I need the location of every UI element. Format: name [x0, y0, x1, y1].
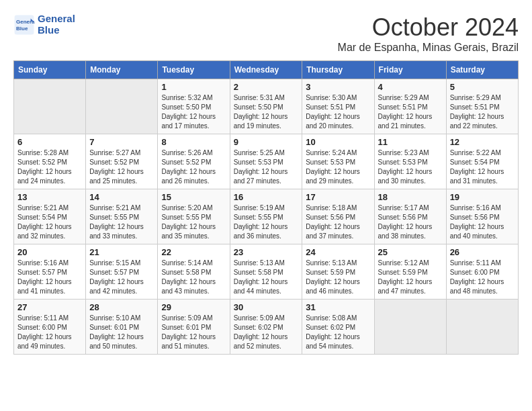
day-info: Sunrise: 5:23 AM Sunset: 5:53 PM Dayligh… [378, 148, 443, 186]
day-info: Sunrise: 5:28 AM Sunset: 5:52 PM Dayligh… [17, 148, 82, 186]
day-info: Sunrise: 5:18 AM Sunset: 5:56 PM Dayligh… [306, 203, 370, 241]
day-number: 12 [450, 137, 515, 147]
day-info: Sunrise: 5:11 AM Sunset: 6:00 PM Dayligh… [17, 314, 82, 351]
calendar-cell: 18Sunrise: 5:17 AM Sunset: 5:56 PM Dayli… [374, 189, 446, 244]
day-number: 31 [306, 302, 370, 312]
calendar-cell [374, 300, 446, 355]
day-number: 10 [306, 137, 370, 147]
day-info: Sunrise: 5:16 AM Sunset: 5:56 PM Dayligh… [450, 203, 515, 241]
day-info: Sunrise: 5:21 AM Sunset: 5:55 PM Dayligh… [89, 203, 154, 241]
weekday-header-sunday: Sunday [14, 61, 86, 79]
weekday-header-thursday: Thursday [302, 61, 374, 79]
calendar-cell: 12Sunrise: 5:22 AM Sunset: 5:54 PM Dayli… [446, 134, 518, 189]
day-info: Sunrise: 5:17 AM Sunset: 5:56 PM Dayligh… [378, 203, 443, 241]
calendar-cell: 25Sunrise: 5:12 AM Sunset: 5:59 PM Dayli… [374, 244, 446, 300]
day-info: Sunrise: 5:19 AM Sunset: 5:55 PM Dayligh… [234, 203, 299, 241]
calendar-cell: 7Sunrise: 5:27 AM Sunset: 5:52 PM Daylig… [86, 134, 158, 189]
calendar-cell: 5Sunrise: 5:29 AM Sunset: 5:51 PM Daylig… [446, 79, 518, 134]
day-number: 18 [378, 192, 443, 202]
day-info: Sunrise: 5:12 AM Sunset: 5:59 PM Dayligh… [378, 259, 443, 296]
day-number: 6 [17, 137, 82, 147]
weekday-header-friday: Friday [374, 61, 446, 79]
day-info: Sunrise: 5:13 AM Sunset: 5:59 PM Dayligh… [306, 259, 370, 296]
calendar-cell: 15Sunrise: 5:20 AM Sunset: 5:55 PM Dayli… [158, 189, 230, 244]
day-number: 4 [378, 82, 443, 92]
day-info: Sunrise: 5:20 AM Sunset: 5:55 PM Dayligh… [161, 203, 226, 241]
calendar-cell: 22Sunrise: 5:14 AM Sunset: 5:58 PM Dayli… [158, 244, 230, 300]
day-info: Sunrise: 5:15 AM Sunset: 5:57 PM Dayligh… [89, 259, 154, 296]
calendar-cell: 28Sunrise: 5:10 AM Sunset: 6:01 PM Dayli… [86, 300, 158, 355]
day-number: 2 [234, 82, 299, 92]
svg-text:Blue: Blue [16, 26, 28, 32]
calendar-week-row: 20Sunrise: 5:16 AM Sunset: 5:57 PM Dayli… [14, 244, 519, 300]
calendar-cell: 8Sunrise: 5:26 AM Sunset: 5:52 PM Daylig… [158, 134, 230, 189]
day-info: Sunrise: 5:16 AM Sunset: 5:57 PM Dayligh… [17, 259, 82, 296]
weekday-header-saturday: Saturday [446, 61, 518, 79]
calendar-cell: 9Sunrise: 5:25 AM Sunset: 5:53 PM Daylig… [230, 134, 302, 189]
calendar-cell: 29Sunrise: 5:09 AM Sunset: 6:01 PM Dayli… [158, 300, 230, 355]
day-number: 20 [17, 247, 82, 257]
logo-icon: General Blue [13, 14, 35, 36]
day-info: Sunrise: 5:21 AM Sunset: 5:54 PM Dayligh… [17, 203, 82, 241]
day-info: Sunrise: 5:26 AM Sunset: 5:52 PM Dayligh… [161, 148, 226, 186]
calendar-cell: 26Sunrise: 5:11 AM Sunset: 6:00 PM Dayli… [446, 244, 518, 300]
day-number: 15 [161, 192, 226, 202]
weekday-header-wednesday: Wednesday [230, 61, 302, 79]
day-number: 19 [450, 192, 515, 202]
calendar-cell: 6Sunrise: 5:28 AM Sunset: 5:52 PM Daylig… [14, 134, 86, 189]
day-info: Sunrise: 5:11 AM Sunset: 6:00 PM Dayligh… [450, 259, 515, 296]
day-number: 26 [450, 247, 515, 257]
day-number: 14 [89, 192, 154, 202]
calendar-cell: 16Sunrise: 5:19 AM Sunset: 5:55 PM Dayli… [230, 189, 302, 244]
calendar-table: SundayMondayTuesdayWednesdayThursdayFrid… [13, 60, 519, 355]
logo: General Blue GeneralBlue [13, 13, 75, 36]
day-number: 8 [161, 137, 226, 147]
day-number: 17 [306, 192, 370, 202]
day-info: Sunrise: 5:08 AM Sunset: 6:02 PM Dayligh… [306, 314, 370, 351]
day-number: 1 [161, 82, 226, 92]
day-info: Sunrise: 5:27 AM Sunset: 5:52 PM Dayligh… [89, 148, 154, 186]
day-info: Sunrise: 5:29 AM Sunset: 5:51 PM Dayligh… [450, 93, 515, 131]
day-info: Sunrise: 5:14 AM Sunset: 5:58 PM Dayligh… [161, 259, 226, 296]
day-info: Sunrise: 5:31 AM Sunset: 5:50 PM Dayligh… [234, 93, 299, 131]
calendar-cell: 27Sunrise: 5:11 AM Sunset: 6:00 PM Dayli… [14, 300, 86, 355]
calendar-cell: 14Sunrise: 5:21 AM Sunset: 5:55 PM Dayli… [86, 189, 158, 244]
calendar-cell: 1Sunrise: 5:32 AM Sunset: 5:50 PM Daylig… [158, 79, 230, 134]
calendar-cell: 31Sunrise: 5:08 AM Sunset: 6:02 PM Dayli… [302, 300, 374, 355]
day-number: 23 [234, 247, 299, 257]
day-info: Sunrise: 5:24 AM Sunset: 5:53 PM Dayligh… [306, 148, 370, 186]
calendar-cell: 24Sunrise: 5:13 AM Sunset: 5:59 PM Dayli… [302, 244, 374, 300]
day-number: 3 [306, 82, 370, 92]
day-number: 9 [234, 137, 299, 147]
calendar-cell: 23Sunrise: 5:13 AM Sunset: 5:58 PM Dayli… [230, 244, 302, 300]
calendar-week-row: 1Sunrise: 5:32 AM Sunset: 5:50 PM Daylig… [14, 79, 519, 134]
day-number: 22 [161, 247, 226, 257]
day-info: Sunrise: 5:13 AM Sunset: 5:58 PM Dayligh… [234, 259, 299, 296]
calendar-cell: 30Sunrise: 5:09 AM Sunset: 6:02 PM Dayli… [230, 300, 302, 355]
day-number: 25 [378, 247, 443, 257]
day-number: 13 [17, 192, 82, 202]
day-info: Sunrise: 5:29 AM Sunset: 5:51 PM Dayligh… [378, 93, 443, 131]
calendar-week-row: 27Sunrise: 5:11 AM Sunset: 6:00 PM Dayli… [14, 300, 519, 355]
logo-text: GeneralBlue [38, 13, 75, 36]
day-info: Sunrise: 5:25 AM Sunset: 5:53 PM Dayligh… [234, 148, 299, 186]
day-number: 27 [17, 302, 82, 312]
month-title: October 2024 [338, 13, 519, 42]
calendar-cell: 13Sunrise: 5:21 AM Sunset: 5:54 PM Dayli… [14, 189, 86, 244]
calendar-cell: 10Sunrise: 5:24 AM Sunset: 5:53 PM Dayli… [302, 134, 374, 189]
day-info: Sunrise: 5:10 AM Sunset: 6:01 PM Dayligh… [89, 314, 154, 351]
day-number: 28 [89, 302, 154, 312]
calendar-cell: 11Sunrise: 5:23 AM Sunset: 5:53 PM Dayli… [374, 134, 446, 189]
calendar-cell: 17Sunrise: 5:18 AM Sunset: 5:56 PM Dayli… [302, 189, 374, 244]
calendar-cell: 19Sunrise: 5:16 AM Sunset: 5:56 PM Dayli… [446, 189, 518, 244]
calendar-cell [86, 79, 158, 134]
weekday-header-tuesday: Tuesday [158, 61, 230, 79]
title-block: October 2024 Mar de Espanha, Minas Gerai… [338, 13, 519, 54]
calendar-cell [446, 300, 518, 355]
day-number: 5 [450, 82, 515, 92]
calendar-cell: 20Sunrise: 5:16 AM Sunset: 5:57 PM Dayli… [14, 244, 86, 300]
day-number: 21 [89, 247, 154, 257]
calendar-cell: 21Sunrise: 5:15 AM Sunset: 5:57 PM Dayli… [86, 244, 158, 300]
day-info: Sunrise: 5:30 AM Sunset: 5:51 PM Dayligh… [306, 93, 370, 131]
calendar-cell [14, 79, 86, 134]
